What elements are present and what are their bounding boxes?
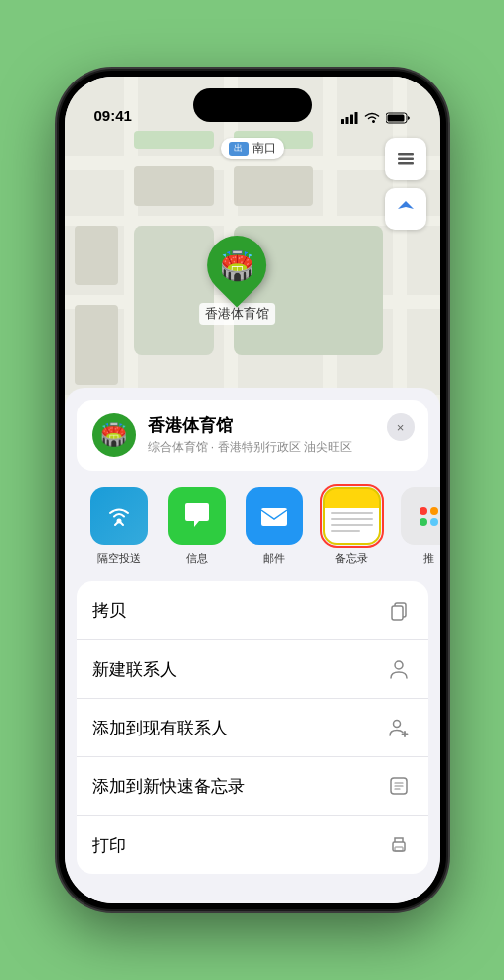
exit-text: 南口 (252, 140, 276, 157)
stadium-marker: 🏟️ 香港体育馆 (199, 236, 275, 325)
venue-icon: 🏟️ (92, 413, 136, 457)
phone-frame: 09:41 (59, 71, 446, 909)
messages-bubble-icon (180, 499, 214, 533)
notes-line-4 (331, 530, 360, 532)
venue-card: 🏟️ 香港体育馆 综合体育馆 · 香港特别行政区 油尖旺区 × (77, 400, 428, 471)
action-quick-note-label: 添加到新快速备忘录 (92, 775, 245, 798)
action-copy-label: 拷贝 (92, 599, 126, 622)
wifi-icon (364, 112, 380, 124)
person-icon (385, 655, 413, 683)
svg-point-13 (395, 661, 403, 669)
notes-line-2 (331, 518, 373, 520)
close-button[interactable]: × (387, 413, 415, 441)
location-arrow-icon (396, 199, 416, 219)
svg-rect-6 (398, 162, 414, 165)
action-new-contact[interactable]: 新建联系人 (77, 640, 428, 699)
share-notes[interactable]: 备忘录 (313, 487, 391, 566)
action-add-existing[interactable]: 添加到现有联系人 (77, 699, 428, 757)
share-mail[interactable]: 邮件 (236, 487, 313, 566)
notes-line-1 (331, 512, 373, 514)
airdrop-icon-bg (90, 487, 148, 545)
venue-subtitle: 综合体育馆 · 香港特别行政区 油尖旺区 (148, 439, 413, 456)
share-messages[interactable]: 信息 (158, 487, 236, 566)
action-print[interactable]: 打印 (77, 816, 428, 874)
messages-label: 信息 (186, 551, 208, 566)
note-svg-icon (388, 775, 410, 797)
action-print-label: 打印 (92, 834, 126, 857)
exit-dot: 出 (229, 142, 249, 156)
action-copy[interactable]: 拷贝 (77, 581, 428, 640)
print-icon (385, 831, 413, 859)
location-button[interactable] (385, 188, 426, 230)
svg-point-14 (393, 721, 400, 728)
action-list: 拷贝 新建联系人 (77, 581, 428, 874)
more-dots-top (420, 507, 438, 515)
copy-svg-icon (388, 599, 410, 621)
marker-pin: 🏟️ (195, 224, 279, 308)
svg-rect-10 (261, 508, 287, 526)
dynamic-island (193, 88, 312, 122)
map-exit-label: 出 南口 (221, 138, 284, 159)
airdrop-label: 隔空投送 (97, 551, 141, 566)
dot-red (420, 507, 427, 515)
person-svg-icon (388, 658, 410, 680)
notes-icon-bg (323, 487, 381, 545)
notes-label: 备忘录 (335, 551, 368, 566)
messages-icon-bg (168, 487, 226, 545)
svg-rect-8 (398, 153, 414, 156)
more-label: 推 (423, 551, 434, 566)
dot-orange (430, 507, 438, 515)
share-more[interactable]: 推 (391, 487, 440, 566)
copy-icon (385, 596, 413, 624)
signal-icon (341, 112, 358, 124)
svg-rect-1 (345, 117, 348, 124)
battery-icon (386, 112, 411, 124)
share-airdrop[interactable]: 隔空投送 (81, 487, 158, 566)
mail-icon-bg (246, 487, 303, 545)
notes-lines (325, 508, 379, 543)
map-type-button[interactable] (385, 138, 426, 180)
svg-rect-0 (341, 119, 344, 124)
map-layers-icon (395, 148, 417, 170)
bottom-sheet: 🏟️ 香港体育馆 综合体育馆 · 香港特别行政区 油尖旺区 × (65, 388, 440, 903)
action-quick-note[interactable]: 添加到新快速备忘录 (77, 757, 428, 816)
person-add-svg-icon (388, 717, 410, 738)
mail-envelope-icon (257, 499, 291, 533)
mail-label: 邮件 (263, 551, 285, 566)
action-new-contact-label: 新建联系人 (92, 658, 177, 681)
action-add-existing-label: 添加到现有联系人 (92, 717, 228, 739)
airdrop-wifi-icon (104, 501, 134, 531)
notes-line-3 (331, 524, 373, 526)
venue-info: 香港体育馆 综合体育馆 · 香港特别行政区 油尖旺区 (148, 414, 413, 456)
dot-green (420, 518, 427, 526)
stadium-icon: 🏟️ (220, 249, 254, 282)
svg-rect-5 (387, 115, 404, 122)
dot-blue (430, 518, 438, 526)
print-svg-icon (388, 834, 410, 856)
svg-rect-7 (398, 158, 414, 161)
more-dots-bottom (420, 518, 438, 526)
status-time: 09:41 (94, 107, 132, 124)
svg-rect-12 (392, 606, 403, 620)
share-row: 隔空投送 信息 (65, 471, 440, 573)
person-add-icon (385, 714, 413, 741)
more-icon-bg (401, 487, 440, 545)
status-icons (341, 112, 411, 124)
phone-screen: 09:41 (65, 77, 440, 903)
venue-name: 香港体育馆 (148, 414, 413, 437)
svg-rect-2 (350, 115, 353, 125)
map-controls (385, 138, 426, 238)
svg-rect-3 (354, 112, 357, 124)
note-icon (385, 772, 413, 800)
